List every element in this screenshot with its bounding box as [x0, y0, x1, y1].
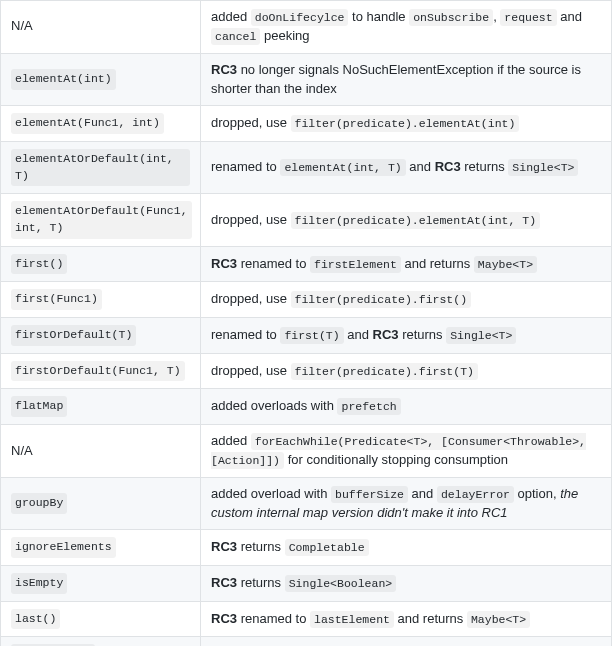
method-cell: N/A — [1, 1, 201, 54]
code-token: Single<T> — [446, 327, 516, 344]
bold-text: RC3 — [211, 62, 237, 77]
method-cell: first() — [1, 246, 201, 282]
code-token: elementAtOrDefault(Func1, int, T) — [11, 201, 192, 238]
code-token: last() — [11, 609, 60, 630]
code-token: filter(predicate).first(T) — [291, 363, 478, 380]
method-cell: groupBy — [1, 477, 201, 530]
bold-text: RC3 — [211, 256, 237, 271]
method-cell: last() — [1, 601, 201, 637]
description-cell: renamed to first(T) and RC3 returns Sing… — [201, 318, 612, 354]
code-token: Completable — [285, 539, 369, 556]
code-token: first(T) — [280, 327, 343, 344]
table-row: first()RC3 renamed to firstElement and r… — [1, 246, 612, 282]
method-cell: firstOrDefault(Func1, T) — [1, 353, 201, 389]
table-row: elementAt(int)RC3 no longer signals NoSu… — [1, 53, 612, 106]
api-changes-table: N/Aadded doOnLifecylce to handle onSubsc… — [0, 0, 612, 646]
description-cell: RC3 returns Completable — [201, 530, 612, 566]
method-cell: flatMap — [1, 389, 201, 425]
code-token: prefetch — [337, 398, 400, 415]
code-token: doOnLifecylce — [251, 9, 349, 26]
code-token: bufferSize — [331, 486, 408, 503]
description-cell: added forEachWhile(Predicate<T>, [Consum… — [201, 425, 612, 478]
code-token: elementAt(Func1, int) — [11, 113, 164, 134]
table-row: ignoreElementsRC3 returns Completable — [1, 530, 612, 566]
description-cell: dropped, use filter(predicate).first(T) — [201, 353, 612, 389]
bold-text: RC3 — [211, 539, 237, 554]
code-token: Maybe<T> — [474, 256, 537, 273]
bold-text: RC3 — [211, 575, 237, 590]
table-row: elementAtOrDefault(Func1, int, T)dropped… — [1, 194, 612, 246]
method-cell: firstOrDefault(T) — [1, 318, 201, 354]
method-cell: elementAtOrDefault(Func1, int, T) — [1, 194, 201, 246]
code-token: delayError — [437, 486, 514, 503]
method-cell: ignoreElements — [1, 530, 201, 566]
bold-text: RC3 — [435, 159, 461, 174]
code-token: Single<Boolean> — [285, 575, 397, 592]
code-token: filter(predicate).elementAt(int, T) — [291, 212, 541, 229]
method-cell: elementAt(Func1, int) — [1, 106, 201, 142]
table-row: firstOrDefault(T)renamed to first(T) and… — [1, 318, 612, 354]
description-cell: added overload with bufferSize and delay… — [201, 477, 612, 530]
code-token: firstOrDefault(Func1, T) — [11, 361, 185, 382]
description-cell: dropped, use filter(predicate).elementAt… — [201, 106, 612, 142]
description-cell: added overloads with prefetch — [201, 389, 612, 425]
code-token: Single<T> — [508, 159, 578, 176]
bold-text: RC3 — [373, 327, 399, 342]
method-cell: elementAtOrDefault(int, T) — [1, 142, 201, 194]
code-token: filter(predicate).elementAt(int) — [291, 115, 520, 132]
description-cell: RC3 no longer signals NoSuchElementExcep… — [201, 53, 612, 106]
code-token: first() — [11, 254, 67, 275]
code-token: lastElement — [310, 611, 394, 628]
code-token: flatMap — [11, 396, 67, 417]
table-row: firstOrDefault(Func1, T)dropped, use fil… — [1, 353, 612, 389]
table-row: isEmptyRC3 returns Single<Boolean> — [1, 566, 612, 602]
table-row: first(Func1)dropped, use filter(predicat… — [1, 282, 612, 318]
code-token: elementAt(int) — [11, 69, 116, 90]
description-cell: dropped, use filter(predicate).first() — [201, 282, 612, 318]
code-token: ignoreElements — [11, 537, 116, 558]
code-token: groupBy — [11, 493, 67, 514]
description-cell: dropped, use filter(predicate).elementAt… — [201, 194, 612, 246]
table-row: N/Aadded forEachWhile(Predicate<T>, [Con… — [1, 425, 612, 478]
table-row: last(Func1)dropped, use filter(predicate… — [1, 637, 612, 646]
code-token: elementAt(int, T) — [280, 159, 405, 176]
code-token: elementAtOrDefault(int, T) — [11, 149, 190, 186]
description-cell: renamed to elementAt(int, T) and RC3 ret… — [201, 142, 612, 194]
method-cell: first(Func1) — [1, 282, 201, 318]
table-row: N/Aadded doOnLifecylce to handle onSubsc… — [1, 1, 612, 54]
table-row: last()RC3 renamed to lastElement and ret… — [1, 601, 612, 637]
code-token: cancel — [211, 28, 260, 45]
description-cell: RC3 returns Single<Boolean> — [201, 566, 612, 602]
code-token: first(Func1) — [11, 289, 102, 310]
code-token: onSubscribe — [409, 9, 493, 26]
bold-text: RC3 — [211, 611, 237, 626]
description-cell: added doOnLifecylce to handle onSubscrib… — [201, 1, 612, 54]
table-row: groupByadded overload with bufferSize an… — [1, 477, 612, 530]
code-token: firstElement — [310, 256, 401, 273]
code-token: Maybe<T> — [467, 611, 530, 628]
code-token: request — [500, 9, 556, 26]
method-cell: elementAt(int) — [1, 53, 201, 106]
method-cell: isEmpty — [1, 566, 201, 602]
method-cell: last(Func1) — [1, 637, 201, 646]
code-token: isEmpty — [11, 573, 67, 594]
code-token: firstOrDefault(T) — [11, 325, 136, 346]
description-cell: RC3 renamed to lastElement and returns M… — [201, 601, 612, 637]
description-cell: RC3 renamed to firstElement and returns … — [201, 246, 612, 282]
code-token: forEachWhile(Predicate<T>, [Consumer<Thr… — [211, 433, 586, 469]
method-cell: N/A — [1, 425, 201, 478]
code-token: filter(predicate).first() — [291, 291, 472, 308]
description-cell: dropped, use filter(predicate).last() — [201, 637, 612, 646]
table-row: elementAtOrDefault(int, T)renamed to ele… — [1, 142, 612, 194]
table-row: flatMapadded overloads with prefetch — [1, 389, 612, 425]
table-row: elementAt(Func1, int)dropped, use filter… — [1, 106, 612, 142]
